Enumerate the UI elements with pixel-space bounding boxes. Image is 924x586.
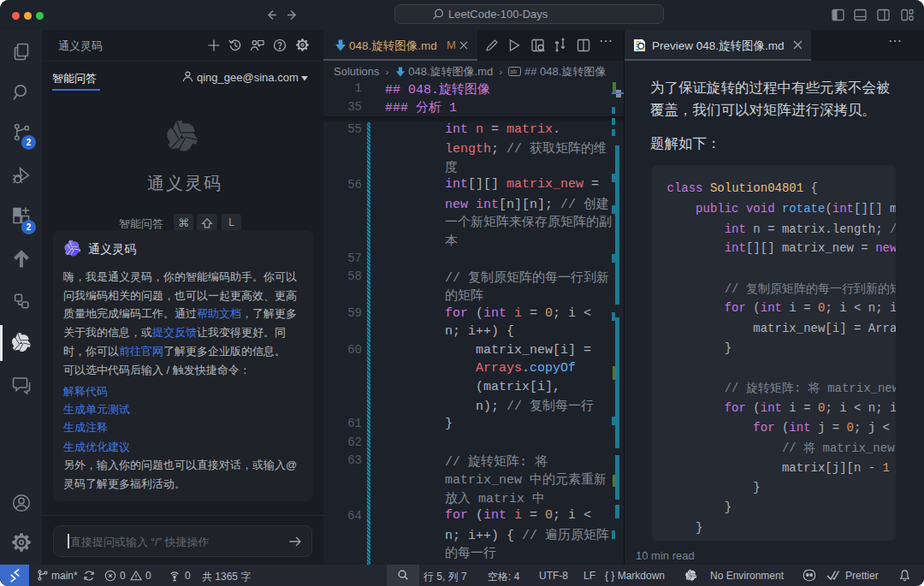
svg-text:ab: ab bbox=[510, 68, 517, 74]
